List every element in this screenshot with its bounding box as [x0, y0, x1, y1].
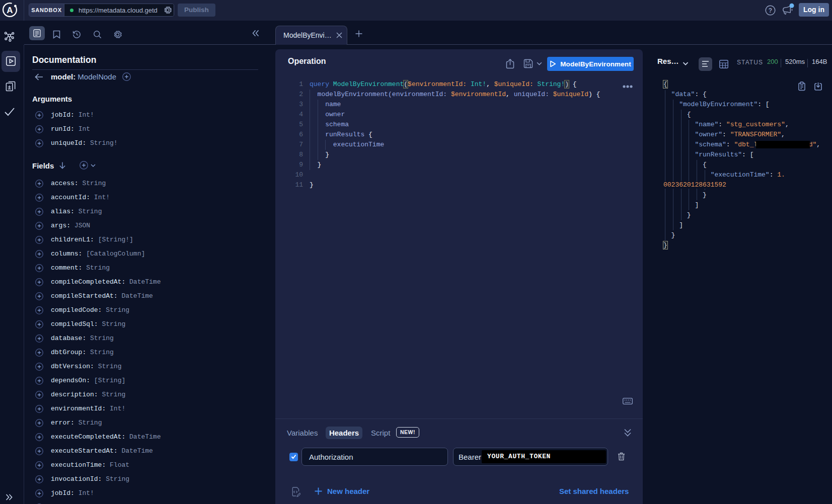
svg-text:A: A [7, 6, 13, 15]
svg-text:?: ? [769, 7, 772, 14]
